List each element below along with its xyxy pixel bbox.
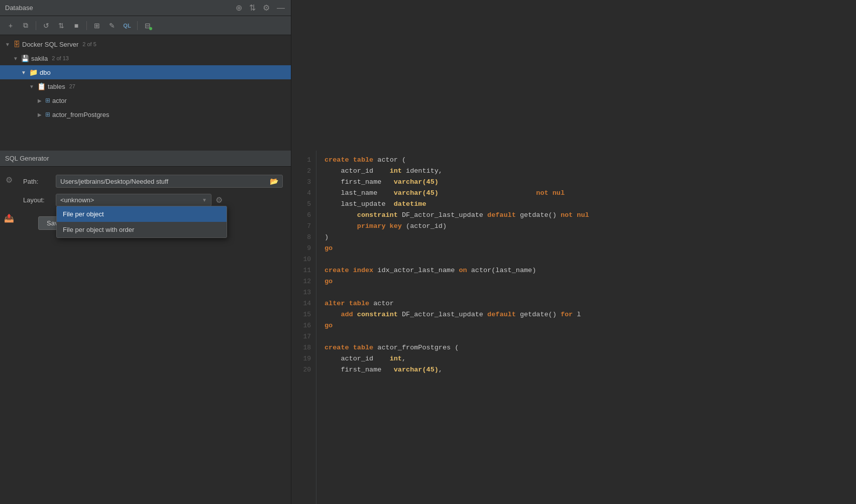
space <box>349 155 353 166</box>
tree-arrow: ▼ <box>20 70 27 75</box>
code-text <box>345 298 349 309</box>
tree-arrow: ▼ <box>28 84 35 89</box>
line-num-5: 5 <box>291 199 316 210</box>
line-num-1: 1 <box>291 155 316 166</box>
sql-generator-panel: SQL Generator ⚙ 📤 Path: Users/jetbrains/… <box>0 151 291 504</box>
kw: create <box>325 265 349 276</box>
separator-3 <box>137 21 138 30</box>
database-title: Database <box>5 4 33 12</box>
line-num-3: 3 <box>291 177 316 188</box>
kw: table <box>353 155 374 166</box>
tree-item-docker-sql-server[interactable]: ▼ 🗄 Docker SQL Server 2 of 5 <box>0 37 291 51</box>
stop-button[interactable]: ■ <box>70 19 83 32</box>
layout-dropdown-trigger[interactable]: <unknown> ▼ File per object File per obj… <box>56 194 211 206</box>
tree-item-actor-from-postgres[interactable]: ▶ ⊞ actor_fromPostgres <box>0 107 291 121</box>
code-line-12: go <box>325 276 848 287</box>
export-side-icon[interactable]: 📤 <box>3 212 15 224</box>
database-title-bar: Database ⊕ ⇅ ⚙ — <box>0 0 291 16</box>
code-line-13 <box>325 287 848 298</box>
line-num-13: 13 <box>291 287 316 298</box>
tree-item-sakila[interactable]: ▼ 💾 sakila 2 of 13 <box>0 51 291 65</box>
tree-item-actor[interactable]: ▶ ⊞ actor <box>0 93 291 107</box>
kw: primary key <box>357 221 402 232</box>
schema-label: dbo <box>40 69 51 76</box>
folder-icon: 📂 <box>270 177 278 185</box>
filter-button[interactable]: ⊟ <box>141 19 154 32</box>
kw: create <box>325 342 349 353</box>
db-count: 2 of 13 <box>52 55 69 61</box>
refresh-button[interactable]: ↺ <box>40 19 53 32</box>
kw: table <box>349 298 370 309</box>
line-num-18: 18 <box>291 342 316 353</box>
kw: default <box>487 210 516 221</box>
fn: datetime <box>394 199 426 210</box>
code-line-4: last_name varchar(45) not nul <box>325 188 848 199</box>
code-line-19: actor_id int , <box>325 353 848 364</box>
code-text: actor_fromPostgres ( <box>373 342 459 353</box>
layout-label: Layout: <box>23 196 51 204</box>
line-num-6: 6 <box>291 210 316 221</box>
code-text <box>325 210 357 221</box>
tree-item-dbo[interactable]: ▼ 📁 dbo <box>0 65 291 79</box>
settings-side-icon[interactable]: ⚙ <box>3 174 15 186</box>
bottom-area: SQL Generator ⚙ 📤 Path: Users/jetbrains/… <box>0 151 856 504</box>
query-button[interactable]: QL <box>121 19 134 32</box>
server-icon: 🗄 <box>13 40 20 48</box>
code-text: last_name <box>325 188 394 199</box>
table-icon: ⊞ <box>45 111 50 118</box>
tables-group-icon: 📋 <box>37 82 46 90</box>
layout-option-file-per-object[interactable]: File per object <box>57 206 227 222</box>
layout-option-file-per-object-with-order[interactable]: File per object with order <box>57 222 227 237</box>
code-line-20: first_name varchar(45) , <box>325 364 848 375</box>
database-tree: ▼ 🗄 Docker SQL Server 2 of 5 ▼ 💾 sakila … <box>0 35 291 151</box>
duplicate-button[interactable]: ⧉ <box>19 19 32 32</box>
sort-button[interactable]: ⇅ <box>55 19 68 32</box>
top-area: Database ⊕ ⇅ ⚙ — + ⧉ ↺ ⇅ ■ ⊞ ✎ QL ⊟ <box>0 0 856 151</box>
add-button[interactable]: + <box>4 19 17 32</box>
layout-icon[interactable]: ⇅ <box>248 2 257 14</box>
code-text: getdate() <box>516 309 561 320</box>
code-text <box>325 309 341 320</box>
table-button[interactable]: ⊞ <box>90 19 103 32</box>
sql-gen-label: SQL Generator <box>5 155 49 162</box>
server-count: 2 of 5 <box>82 41 96 47</box>
code-text: actor <box>369 298 394 309</box>
line-num-20: 20 <box>291 364 316 375</box>
path-value: Users/jetbrains/Desktop/Needed stuff <box>60 178 266 185</box>
add-datasource-icon[interactable]: ⊕ <box>235 2 243 14</box>
table-label: actor <box>52 97 67 104</box>
layout-settings-icon[interactable]: ⚙ <box>216 195 223 205</box>
server-label: Docker SQL Server <box>22 41 78 48</box>
database-icon: 💾 <box>21 55 29 62</box>
line-num-15: 15 <box>291 309 316 320</box>
settings-icon[interactable]: ⚙ <box>262 2 271 14</box>
code-content[interactable]: create table actor ( actor_id int identi… <box>316 151 856 504</box>
layout-dropdown-menu: File per object File per object with ord… <box>56 206 227 238</box>
path-input[interactable]: Users/jetbrains/Desktop/Needed stuff 📂 <box>56 175 283 188</box>
tree-item-tables[interactable]: ▼ 📋 tables 27 <box>0 79 291 93</box>
code-text: DF_actor_last_update <box>398 309 487 320</box>
code-text: DF_actor_last_update <box>398 210 487 221</box>
line-num-8: 8 <box>291 232 316 243</box>
side-icons: ⚙ 📤 <box>0 174 18 224</box>
code-text <box>325 221 357 232</box>
tables-count: 27 <box>69 83 75 89</box>
code-line-9: go <box>325 243 848 254</box>
minimize-icon[interactable]: — <box>276 3 286 14</box>
dropdown-arrow-icon: ▼ <box>202 197 207 203</box>
code-line-14: alter table actor <box>325 298 848 309</box>
filter-active-dot <box>149 27 152 30</box>
edit-button[interactable]: ✎ <box>105 19 119 32</box>
cn: constraint <box>357 210 398 221</box>
code-panel-top <box>291 0 856 151</box>
code-text: actor_id <box>325 166 390 177</box>
db-toolbar: + ⧉ ↺ ⇅ ■ ⊞ ✎ QL ⊟ <box>0 16 291 35</box>
database-panel: Database ⊕ ⇅ ⚙ — + ⧉ ↺ ⇅ ■ ⊞ ✎ QL ⊟ <box>0 0 291 151</box>
code-line-5: last_update datetime <box>325 199 848 210</box>
line-num-11: 11 <box>291 265 316 276</box>
table-icon: ⊞ <box>45 97 50 104</box>
fn: varchar(45) <box>394 177 439 188</box>
code-text: actor(last_name) <box>467 265 537 276</box>
code-line-11: create index idx_actor_last_name on acto… <box>325 265 848 276</box>
sql-gen-title-bar: SQL Generator <box>0 151 291 167</box>
